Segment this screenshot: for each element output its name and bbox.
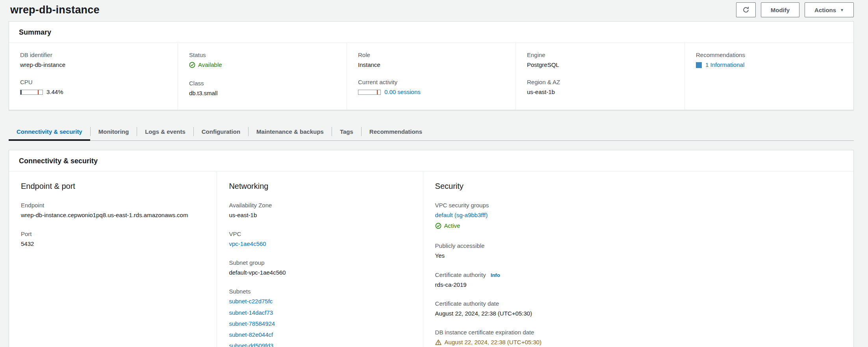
summary-panel: Summary DB identifier wrep-db-instance C… <box>9 21 854 110</box>
subnets-label: Subnets <box>229 288 411 295</box>
connectivity-grid: Endpoint & port Endpoint wrep-db-instanc… <box>9 172 853 347</box>
certificate-authority-label: Certificate authority <box>435 271 486 278</box>
subnet-link[interactable]: subnet-82e044cf <box>229 331 411 339</box>
availability-zone-value: us-east-1b <box>229 211 411 219</box>
subnet-link[interactable]: subnet-78584924 <box>229 320 411 328</box>
tab-recommendations[interactable]: Recommendations <box>362 123 430 140</box>
field-certificate-authority-date: Certificate authority date August 22, 20… <box>435 300 842 317</box>
actions-button[interactable]: Actions ▼ <box>805 2 854 17</box>
field-certificate-expiration: DB instance certificate expiration date … <box>435 329 842 347</box>
security-group-link[interactable]: default (sg-a9bb3fff) <box>435 212 488 218</box>
networking-section: Networking Availability Zone us-east-1b … <box>217 172 423 347</box>
tab-connectivity-security[interactable]: Connectivity & security <box>9 123 90 140</box>
field-status: Status Available <box>189 52 336 70</box>
region-az-label: Region & AZ <box>527 79 673 85</box>
connectivity-panel: Connectivity & security Endpoint & port … <box>9 150 854 347</box>
field-subnet-group: Subnet group default-vpc-1ae4c560 <box>229 259 411 277</box>
subnet-link[interactable]: subnet-c22d75fc <box>229 297 411 305</box>
endpoint-port-section: Endpoint & port Endpoint wrep-db-instanc… <box>9 172 217 347</box>
page-title: wrep-db-instance <box>10 4 100 16</box>
field-subnets: Subnets subnet-c22d75fc subnet-14dacf73 … <box>229 288 411 347</box>
connectivity-panel-title: Connectivity & security <box>19 157 844 165</box>
tab-monitoring[interactable]: Monitoring <box>91 123 137 140</box>
field-certificate-authority: Certificate authority Info rds-ca-2019 <box>435 271 842 289</box>
recommendations-label: Recommendations <box>696 52 842 58</box>
availability-zone-label: Availability Zone <box>229 202 411 209</box>
field-engine: Engine PostgreSQL <box>527 52 673 69</box>
summary-col-identifier: DB identifier wrep-db-instance CPU 3.44% <box>9 43 178 110</box>
vpc-label: VPC <box>229 231 411 237</box>
certificate-authority-date-label: Certificate authority date <box>435 300 842 307</box>
summary-col-status: Status Available Class db.t3.small <box>178 43 347 110</box>
port-value: 5432 <box>21 240 205 248</box>
field-availability-zone: Availability Zone us-east-1b <box>229 202 411 219</box>
status-value: Available <box>198 61 222 69</box>
field-publicly-accessible: Publicly accessible Yes <box>435 242 842 260</box>
modify-button-label: Modify <box>771 7 790 13</box>
security-title: Security <box>435 182 842 191</box>
region-az-value: us-east-1b <box>527 88 673 96</box>
connectivity-panel-header: Connectivity & security <box>9 150 853 172</box>
endpoint-label: Endpoint <box>21 202 205 209</box>
networking-title: Networking <box>229 182 411 191</box>
field-role: Role Instance <box>358 52 504 69</box>
tab-logs-events[interactable]: Logs & events <box>137 123 193 140</box>
certificate-expiration-value: August 22, 2024, 22:38 (UTC+05:30) <box>445 338 542 346</box>
tab-tags[interactable]: Tags <box>332 123 361 140</box>
field-port: Port 5432 <box>21 231 205 248</box>
check-circle-icon <box>189 62 195 68</box>
publicly-accessible-value: Yes <box>435 252 842 260</box>
caret-down-icon: ▼ <box>840 8 844 12</box>
refresh-icon <box>742 6 749 13</box>
class-value: db.t3.small <box>189 89 336 97</box>
certificate-authority-date-value: August 22, 2024, 22:38 (UTC+05:30) <box>435 310 842 317</box>
summary-col-engine: Engine PostgreSQL Region & AZ us-east-1b <box>516 43 684 110</box>
subnets-list: subnet-c22d75fc subnet-14dacf73 subnet-7… <box>229 297 411 347</box>
current-activity-label: Current activity <box>358 79 504 85</box>
engine-value: PostgreSQL <box>527 61 673 69</box>
subnet-link[interactable]: subnet-14dacf73 <box>229 309 411 317</box>
engine-label: Engine <box>527 52 673 58</box>
certificate-expiration-warning: August 22, 2024, 22:38 (UTC+05:30) <box>435 338 542 347</box>
activity-threshold-marker <box>377 90 378 94</box>
subnet-link[interactable]: subnet-dd509fd3 <box>229 342 411 347</box>
port-label: Port <box>21 231 205 237</box>
modify-button[interactable]: Modify <box>761 2 799 17</box>
field-db-identifier: DB identifier wrep-db-instance <box>20 52 167 69</box>
db-identifier-value: wrep-db-instance <box>20 61 167 69</box>
endpoint-port-title: Endpoint & port <box>21 182 205 191</box>
vpc-link[interactable]: vpc-1ae4c560 <box>229 240 266 247</box>
role-label: Role <box>358 52 504 58</box>
page-header: wrep-db-instance Modify Actions ▼ <box>0 0 868 21</box>
recommendations-link[interactable]: 1 Informational <box>705 61 744 69</box>
cpu-value: 3.44% <box>46 88 63 96</box>
summary-col-role: Role Instance Current activity 0.00 sess… <box>347 43 516 110</box>
field-vpc: VPC vpc-1ae4c560 <box>229 231 411 248</box>
security-section: Security VPC security groups default (sg… <box>423 172 853 347</box>
role-value: Instance <box>358 61 504 69</box>
tab-bar: Connectivity & security Monitoring Logs … <box>9 123 854 141</box>
certificate-authority-info-link[interactable]: Info <box>491 272 500 278</box>
field-class: Class db.t3.small <box>189 80 336 97</box>
status-label: Status <box>189 52 336 58</box>
refresh-button[interactable] <box>736 2 756 17</box>
summary-panel-title: Summary <box>19 28 844 37</box>
activity-meter <box>358 90 381 95</box>
certificate-authority-value: rds-ca-2019 <box>435 281 842 289</box>
db-identifier-label: DB identifier <box>20 52 167 58</box>
check-circle-icon <box>435 223 441 229</box>
cpu-threshold-marker <box>38 90 39 94</box>
tab-configuration[interactable]: Configuration <box>194 123 248 140</box>
status-badge: Available <box>189 61 222 69</box>
tab-maintenance-backups[interactable]: Maintenance & backups <box>249 123 332 140</box>
cpu-label: CPU <box>20 79 167 85</box>
actions-button-label: Actions <box>814 7 836 13</box>
field-recommendations: Recommendations 1 Informational <box>696 52 842 70</box>
subnet-group-label: Subnet group <box>229 259 411 266</box>
certificate-expiration-label: DB instance certificate expiration date <box>435 329 842 336</box>
current-activity-link[interactable]: 0.00 sessions <box>384 88 421 96</box>
cpu-meter <box>20 90 43 95</box>
class-label: Class <box>189 80 336 87</box>
summary-panel-header: Summary <box>9 22 853 43</box>
field-cpu: CPU 3.44% <box>20 79 167 96</box>
